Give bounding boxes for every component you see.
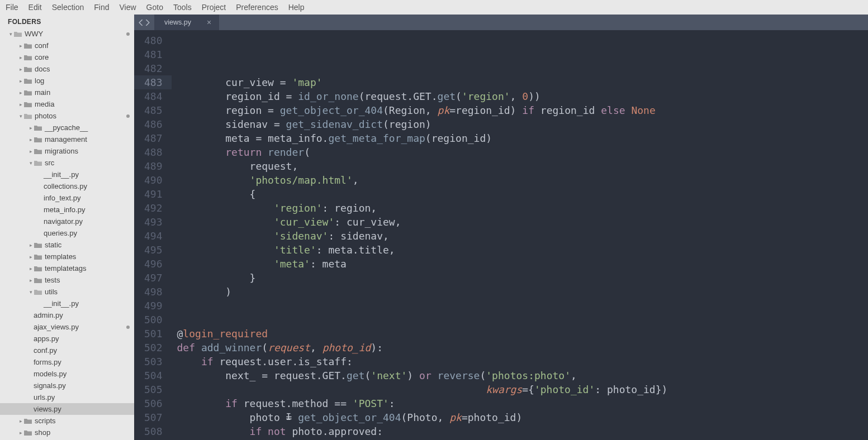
folder-icon (23, 429, 32, 437)
folder-templatetags[interactable]: ▸templatetags (0, 262, 134, 274)
menu-selection[interactable]: Selection (52, 3, 84, 12)
file-urls-py[interactable]: urls.py (0, 391, 134, 403)
file--init-py[interactable]: __init__.py (0, 298, 134, 309)
menu-file[interactable]: File (6, 3, 18, 12)
tab-history-nav[interactable] (134, 15, 154, 30)
tab-close-icon[interactable]: × (207, 18, 211, 27)
file-models-py[interactable]: models.py (0, 368, 134, 380)
code-line[interactable] (177, 313, 858, 327)
tree-item-label: views.py (34, 405, 130, 413)
tree-item-label: migrations (45, 147, 130, 155)
menu-goto[interactable]: Goto (146, 3, 163, 12)
folder-wwy[interactable]: ▾WWY (0, 28, 134, 40)
code-line[interactable]: 'meta': meta (177, 257, 858, 271)
folder-utils[interactable]: ▾utils (0, 286, 134, 298)
editor-body[interactable]: 4804814824834844854864874884894904914924… (134, 30, 868, 440)
chevron-down-icon: ▾ (8, 31, 13, 37)
file-apps-py[interactable]: apps.py (0, 333, 134, 345)
folder-icon (13, 30, 22, 38)
code-area[interactable]: I cur_view = 'map' region_id = id_or_non… (172, 30, 858, 440)
menu-preferences[interactable]: Preferences (236, 3, 278, 12)
chevron-right-icon: ▸ (28, 149, 34, 154)
file-info-text-py[interactable]: info_text.py (0, 192, 134, 204)
folder-management[interactable]: ▸management (0, 133, 134, 145)
file-views-py[interactable]: views.py (0, 403, 134, 415)
code-line[interactable]: 'region': region, (177, 201, 858, 215)
chevron-right-icon: ▸ (18, 430, 23, 436)
folder-icon (34, 253, 42, 261)
file--init-py[interactable]: __init__.py (0, 169, 134, 180)
folder-tests[interactable]: ▸tests (0, 274, 134, 286)
menu-view[interactable]: View (120, 3, 136, 12)
tree-item-label: __init__.py (44, 299, 130, 308)
folder-conf[interactable]: ▸conf (0, 40, 134, 51)
code-line[interactable]: photo = get_object_or_404(Photo, pk=phot… (177, 410, 858, 424)
tree-item-label: photos (35, 112, 124, 120)
folder-docs[interactable]: ▸docs (0, 63, 134, 75)
minimap[interactable] (858, 30, 868, 440)
chevron-right-icon: ▸ (18, 43, 23, 49)
file-navigator-py[interactable]: navigator.py (0, 216, 134, 227)
code-line[interactable]: def add_winner(request, photo_id): (177, 341, 858, 355)
folder-migrations[interactable]: ▸migrations (0, 145, 134, 157)
code-line[interactable]: { (177, 187, 858, 201)
folder-media[interactable]: ▸media (0, 98, 134, 110)
code-line[interactable]: 'sidenav': sidenav, (177, 229, 858, 243)
folder-core[interactable]: ▸core (0, 51, 134, 63)
tab-label: views.py (164, 18, 191, 26)
code-line[interactable]: if not photo.approved: (177, 424, 858, 438)
folder--pycache-[interactable]: ▸__pycache__ (0, 122, 134, 133)
code-line[interactable] (177, 299, 858, 313)
folder-icon (23, 112, 32, 120)
code-line[interactable]: kwargs={'photo_id': photo_id}) (177, 382, 858, 396)
code-line[interactable]: 'cur_view': cur_view, (177, 215, 858, 229)
code-line[interactable]: 'title': meta.title, (177, 243, 858, 257)
code-line[interactable]: 'photos/map.html', (177, 173, 858, 187)
file-conf-py[interactable]: conf.py (0, 345, 134, 356)
code-line[interactable]: } (177, 271, 858, 285)
tree-item-label: main (35, 88, 130, 97)
chevron-right-icon: ▸ (28, 125, 34, 131)
folder-static[interactable]: ▸static (0, 239, 134, 251)
code-line[interactable]: request, (177, 159, 858, 173)
code-line[interactable]: if request.user.is_staff: (177, 355, 858, 369)
folder-log[interactable]: ▸log (0, 75, 134, 87)
file-signals-py[interactable]: signals.py (0, 380, 134, 391)
menu-find[interactable]: Find (94, 3, 109, 12)
file-admin-py[interactable]: admin.py (0, 309, 134, 321)
file-queries-py[interactable]: queries.py (0, 227, 134, 239)
menu-project[interactable]: Project (202, 3, 226, 12)
tab-views-py[interactable]: views.py × (154, 15, 219, 30)
menu-edit[interactable]: Edit (29, 3, 42, 12)
tree-item-label: __pycache__ (45, 123, 130, 132)
tree-item-label: collections.py (44, 182, 130, 190)
code-line[interactable]: if request.method == 'POST': (177, 396, 858, 410)
code-line[interactable]: next_ = request.GET.get('next') or rever… (177, 369, 858, 382)
tree-item-label: utils (45, 288, 130, 296)
folder-main[interactable]: ▸main (0, 87, 134, 98)
menu-tools[interactable]: Tools (173, 3, 192, 12)
folder-templates[interactable]: ▸templates (0, 251, 134, 262)
line-number: 501 (144, 327, 163, 341)
code-line[interactable]: region_id = id_or_none(request.GET.get('… (177, 89, 858, 103)
code-line[interactable]: sidenav = get_sidenav_dict(region) (177, 117, 858, 131)
menu-help[interactable]: Help (288, 3, 305, 12)
folder-scripts[interactable]: ▸scripts (0, 415, 134, 427)
folder-src[interactable]: ▾src (0, 157, 134, 169)
code-line[interactable]: region = get_object_or_404(Region, pk=re… (177, 103, 858, 117)
line-number: 493 (144, 215, 163, 229)
file-ajax-views-py[interactable]: ajax_views.py (0, 321, 134, 333)
code-line[interactable]: @login_required (177, 327, 858, 341)
folder-shop[interactable]: ▸shop (0, 427, 134, 438)
file-forms-py[interactable]: forms.py (0, 356, 134, 368)
tree-item-label: models.py (34, 370, 130, 378)
folder-photos[interactable]: ▾photos (0, 110, 134, 122)
chevron-right-icon: ▸ (18, 102, 23, 107)
file-collections-py[interactable]: collections.py (0, 180, 134, 192)
code-line[interactable]: ) (177, 285, 858, 299)
code-line[interactable]: cur_view = 'map' (177, 75, 858, 89)
code-line[interactable]: meta = meta_info.get_meta_for_map(region… (177, 131, 858, 145)
tabbar: views.py × (134, 15, 868, 30)
file-meta-info-py[interactable]: meta_info.py (0, 204, 134, 216)
code-line[interactable]: return render( (177, 145, 858, 159)
